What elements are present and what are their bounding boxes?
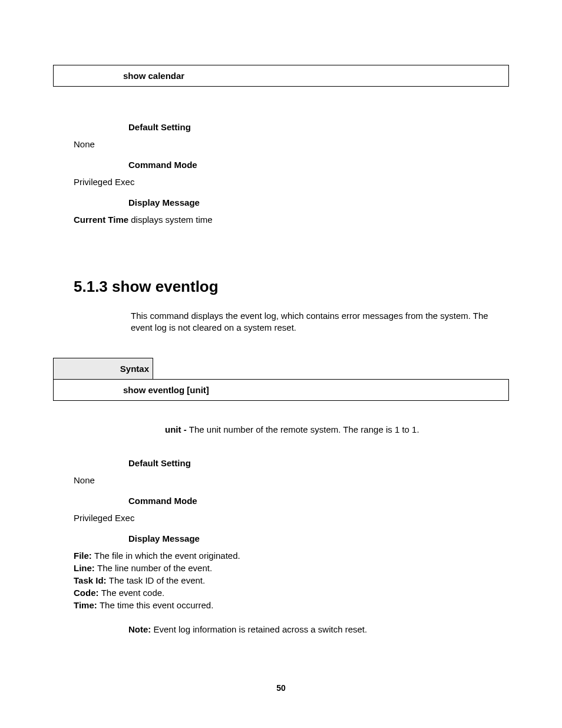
command-mode-heading-2: Command Mode: [53, 496, 509, 506]
display-line-bold: Task Id:: [74, 575, 109, 585]
command-box-show-calendar: show calendar: [53, 65, 509, 87]
display-message-heading-2: Display Message: [53, 533, 509, 543]
syntax-block: Syntax show eventlog [unit]: [53, 358, 509, 401]
default-setting-heading: Default Setting: [53, 122, 509, 132]
note-rest: Event log information is retained across…: [154, 624, 368, 634]
display-line-bold: Time:: [74, 600, 100, 610]
param-bold: unit -: [165, 424, 189, 434]
command-text: show calendar: [123, 71, 184, 81]
command-mode-value-2: Privileged Exec: [53, 513, 509, 523]
display-line-bold: Line:: [74, 563, 97, 573]
display-line-rest: The time this event occurred.: [100, 600, 213, 610]
display-line-code: Code: The event code.: [53, 588, 509, 598]
syntax-command: show eventlog [unit]: [53, 379, 509, 401]
syntax-label: Syntax: [53, 358, 153, 379]
default-setting-heading-2: Default Setting: [53, 458, 509, 468]
display-line-bold: File:: [74, 551, 94, 561]
page-number: 50: [0, 683, 562, 693]
display-line-bold: Code:: [74, 588, 101, 598]
parameter-line: unit - The unit number of the remote sys…: [53, 424, 509, 434]
section-title: 5.1.3 show eventlog: [53, 278, 509, 296]
display-message-rest: displays system time: [128, 215, 213, 225]
display-line-rest: The file in which the event originated.: [94, 551, 240, 561]
display-line-file: File: The file in which the event origin…: [53, 551, 509, 561]
default-setting-value-2: None: [53, 475, 509, 485]
command-mode-heading: Command Mode: [53, 160, 509, 170]
command-mode-value: Privileged Exec: [53, 177, 509, 187]
note-bold: Note:: [128, 624, 154, 634]
section-description: This command displays the event log, whi…: [53, 310, 509, 334]
document-page: show calendar Default Setting None Comma…: [0, 0, 562, 728]
display-line-task: Task Id: The task ID of the event.: [53, 575, 509, 585]
display-message-heading: Display Message: [53, 197, 509, 207]
display-line-time: Time: The time this event occurred.: [53, 600, 509, 610]
display-line-rest: The line number of the event.: [97, 563, 212, 573]
display-message-bold: Current Time: [74, 215, 128, 225]
note-line: Note: Event log information is retained …: [53, 624, 509, 634]
display-message-line: Current Time displays system time: [53, 215, 509, 225]
param-rest: The unit number of the remote system. Th…: [189, 424, 419, 434]
display-line-rest: The task ID of the event.: [109, 575, 205, 585]
display-line-line: Line: The line number of the event.: [53, 563, 509, 573]
default-setting-value: None: [53, 139, 509, 149]
display-line-rest: The event code.: [101, 588, 165, 598]
